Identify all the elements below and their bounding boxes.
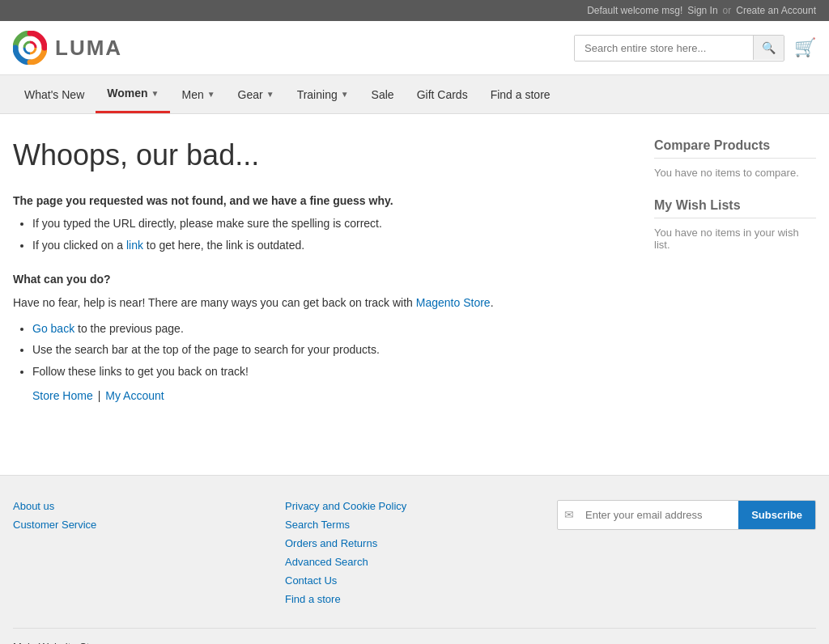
list-item: If you clicked on a link to get here, th… <box>32 236 630 254</box>
links-row: Store Home | My Account <box>32 387 630 405</box>
footer-link-orders-returns[interactable]: Orders and Returns <box>285 537 541 549</box>
main-wrapper: Whoops, our bad... The page you requeste… <box>0 114 829 443</box>
wish-list-block: My Wish Lists You have no items in your … <box>654 198 816 251</box>
list-item: Follow these links to get you back on tr… <box>32 362 630 405</box>
what-can-text: Have no fear, help is near! There are ma… <box>13 294 630 311</box>
header-right: 🔍 🛒 <box>574 35 816 61</box>
footer-link-advanced-search[interactable]: Advanced Search <box>285 556 541 568</box>
chevron-down-icon: ▼ <box>266 90 274 99</box>
search-wrap: 🔍 <box>574 35 784 61</box>
footer-newsletter: ✉ Subscribe <box>557 500 816 612</box>
footer-link-contact[interactable]: Contact Us <box>285 574 541 587</box>
footer-bottom: Main Website Store ▼ <box>13 628 816 644</box>
chevron-down-icon: ▼ <box>341 90 349 99</box>
error-section: The page you requested was not found, an… <box>13 192 630 405</box>
list-item: Use the search bar at the top of the pag… <box>32 341 630 358</box>
footer-col-1: About us Customer Service <box>13 500 269 612</box>
my-account-link[interactable]: My Account <box>105 387 164 405</box>
error-bullets-2: Go back to the previous page. Use the se… <box>32 320 630 405</box>
subscribe-button[interactable]: Subscribe <box>738 501 815 529</box>
main-content: Whoops, our bad... The page you requeste… <box>13 138 630 418</box>
store-home-link[interactable]: Store Home <box>32 387 93 405</box>
footer-col-2: Privacy and Cookie Policy Search Terms O… <box>285 500 541 612</box>
error-intro: The page you requested was not found, an… <box>13 192 630 210</box>
newsletter-form: ✉ Subscribe <box>557 500 816 530</box>
search-input[interactable] <box>575 36 753 61</box>
footer: About us Customer Service Privacy and Co… <box>0 475 829 644</box>
nav-item-women[interactable]: Women ▼ <box>96 75 170 113</box>
store-switcher-label: Main Website Store <box>13 641 104 644</box>
compare-products-empty: You have no items to compare. <box>654 167 816 179</box>
nav-item-gear[interactable]: Gear ▼ <box>227 77 286 112</box>
search-button[interactable]: 🔍 <box>753 36 784 60</box>
page-title: Whoops, our bad... <box>13 138 630 172</box>
what-can-section: What can you do? Have no fear, help is n… <box>13 270 630 405</box>
signin-link[interactable]: Sign In <box>687 5 717 16</box>
store-switcher[interactable]: Main Website Store ▼ <box>13 641 116 644</box>
newsletter-email-input[interactable] <box>580 502 738 528</box>
nav-item-gift-cards[interactable]: Gift Cards <box>406 77 479 112</box>
what-can-label: What can you do? <box>13 270 630 288</box>
footer-link-privacy[interactable]: Privacy and Cookie Policy <box>285 500 541 512</box>
logo-link[interactable]: LUMA <box>13 31 122 65</box>
footer-link-customer-service[interactable]: Customer Service <box>13 519 269 531</box>
chevron-down-icon: ▼ <box>151 89 159 98</box>
go-back-link[interactable]: Go back <box>32 322 74 335</box>
welcome-msg: Default welcome msg! <box>587 5 682 16</box>
footer-link-search-terms[interactable]: Search Terms <box>285 519 541 531</box>
footer-link-about[interactable]: About us <box>13 500 269 512</box>
error-bullets-1: If you typed the URL directly, please ma… <box>32 214 630 254</box>
nav-item-whats-new[interactable]: What's New <box>13 77 96 112</box>
email-icon: ✉ <box>558 508 580 521</box>
footer-inner: About us Customer Service Privacy and Co… <box>13 500 816 612</box>
wish-list-title: My Wish Lists <box>654 198 816 218</box>
header: LUMA 🔍 🛒 <box>0 21 829 75</box>
nav-item-sale[interactable]: Sale <box>360 77 406 112</box>
footer-link-find-store[interactable]: Find a store <box>285 593 541 605</box>
list-item: If you typed the URL directly, please ma… <box>32 214 630 232</box>
list-item: Go back to the previous page. <box>32 320 630 337</box>
nav-item-training[interactable]: Training ▼ <box>286 77 360 112</box>
create-account-link[interactable]: Create an Account <box>736 5 816 16</box>
nav-item-men[interactable]: Men ▼ <box>170 77 226 112</box>
compare-products-block: Compare Products You have no items to co… <box>654 138 816 179</box>
nav-item-find-store[interactable]: Find a store <box>479 77 562 112</box>
logo-text: LUMA <box>55 36 122 61</box>
link-separator: | <box>98 387 101 405</box>
link-text[interactable]: link <box>126 239 143 252</box>
main-nav: What's New Women ▼ Men ▼ Gear ▼ Training… <box>0 75 829 114</box>
compare-products-title: Compare Products <box>654 138 816 159</box>
chevron-down-icon: ▼ <box>207 90 215 99</box>
cart-icon[interactable]: 🛒 <box>794 37 816 58</box>
luma-logo-icon <box>13 31 47 65</box>
or-sep: or <box>723 5 732 16</box>
sidebar: Compare Products You have no items to co… <box>654 138 816 418</box>
wish-list-empty: You have no items in your wish list. <box>654 227 816 251</box>
top-bar: Default welcome msg! Sign In or Create a… <box>0 0 829 21</box>
magento-store-link[interactable]: Magento Store <box>416 296 491 309</box>
